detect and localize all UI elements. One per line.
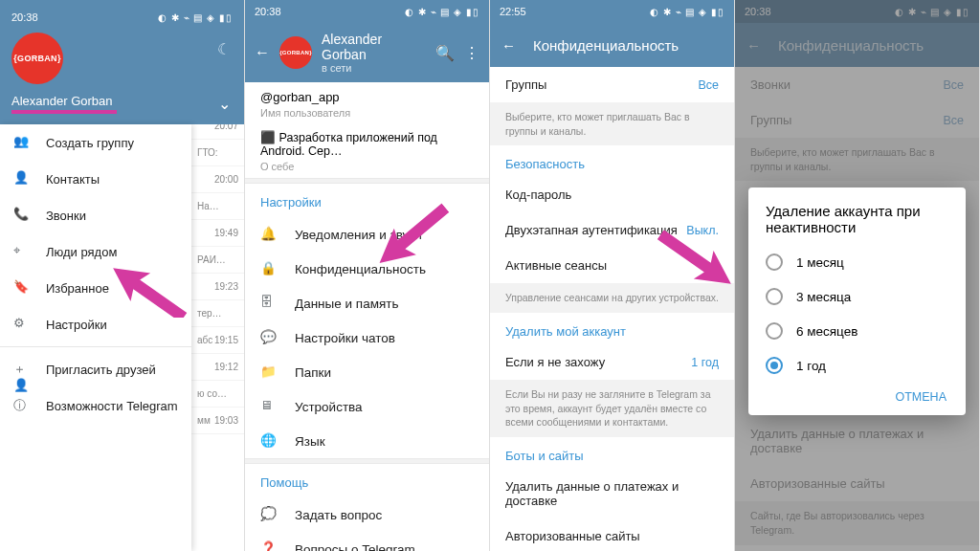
label: Двухэтапная аутентификация: [505, 223, 678, 237]
profile-name: Alexander Gorban: [322, 32, 426, 62]
section-help: Помощь: [245, 464, 489, 497]
option-1-month[interactable]: 1 месяц: [754, 245, 960, 279]
chat-row: РАИ…: [191, 247, 244, 274]
drawer-menu: 👥Создать группу 👤Контакты 📞Звонки ⌖Люди …: [0, 124, 191, 551]
label: Избранное: [46, 281, 109, 296]
settings-language[interactable]: 🌐Язык: [245, 424, 489, 458]
settings-chat[interactable]: 💬Настройки чатов: [245, 320, 489, 355]
back-icon[interactable]: ←: [501, 37, 516, 54]
label: Удалить данные о платежах и доставке: [505, 479, 719, 508]
profile-header: ← {GORBAN} Alexander Gorban в сети 🔍 ⋮: [245, 23, 489, 82]
label: Язык: [295, 434, 325, 449]
radio-icon: [766, 253, 783, 271]
chat-row: 19:12: [191, 354, 244, 381]
section-bots: Боты и сайты: [490, 437, 734, 469]
back-icon[interactable]: ←: [255, 44, 270, 61]
privacy-groups[interactable]: ГруппыВсе: [490, 67, 734, 102]
label: 3 месяца: [796, 290, 851, 304]
option-3-months[interactable]: 3 месяца: [754, 279, 960, 314]
chat-row: ГТО:: [191, 140, 244, 166]
drawer-features[interactable]: ⓘВозможности Telegram: [0, 387, 191, 424]
label: Создать группу: [46, 136, 134, 150]
help-faq[interactable]: ❓Вопросы о Telegram: [245, 532, 489, 551]
option-6-months[interactable]: 6 месяцев: [754, 314, 960, 348]
drawer-nearby[interactable]: ⌖Люди рядом: [0, 233, 191, 270]
label: Пригласить друзей: [46, 363, 156, 377]
inactive-note: Если Вы ни разу не загляните в Telegram …: [490, 380, 734, 437]
bots-payments[interactable]: Удалить данные о платежах и доставке: [490, 469, 734, 518]
radio-icon: [766, 288, 783, 305]
page-title: Конфиденциальность: [533, 37, 679, 54]
help-ask[interactable]: 💭Задать вопрос: [245, 497, 489, 532]
radio-icon: [766, 322, 783, 340]
dialog-title: Удаление аккаунта при неактивности: [754, 203, 960, 245]
search-icon[interactable]: 🔍: [435, 44, 455, 62]
radio-icon: [766, 357, 783, 374]
option-1-year[interactable]: 1 год: [754, 348, 960, 383]
status-icons: ◐ ✱ ⌁ ▤ ◈ ▮▯: [405, 7, 479, 17]
value: Все: [698, 78, 719, 92]
avatar[interactable]: {GORBAN}: [279, 36, 312, 69]
settings-folders[interactable]: 📁Папки: [245, 355, 489, 389]
settings-devices[interactable]: 🖥Устройства: [245, 389, 489, 424]
label: Устройства: [295, 400, 363, 414]
privacy-header: ← Конфиденциальность: [490, 23, 734, 67]
status-time: 22:55: [500, 6, 526, 17]
label: 6 месяцев: [796, 324, 858, 339]
bio-label: О себе: [245, 160, 489, 178]
label: Звонки: [46, 209, 86, 223]
highlight-arrow: [105, 268, 191, 318]
value: 1 год: [691, 356, 719, 369]
chat-row: ю со…: [191, 381, 244, 408]
settings-privacy[interactable]: 🔒Конфиденциальность: [245, 252, 489, 286]
username-label: Имя пользователя: [245, 106, 489, 124]
label: Задать вопрос: [295, 508, 382, 522]
label: Данные и память: [295, 297, 398, 311]
label: Люди рядом: [46, 245, 117, 259]
settings-data[interactable]: 🗄Данные и память: [245, 286, 489, 320]
profile-status: в сети: [322, 62, 426, 74]
chat-row: тер…: [191, 300, 244, 327]
drawer-new-group[interactable]: 👥Создать группу: [0, 124, 191, 161]
label: Активные сеансы: [505, 258, 607, 273]
status-icons: ◐ ✱ ⌁ ▤ ◈ ▮▯: [158, 12, 233, 23]
label: Контакты: [46, 172, 100, 187]
username-value[interactable]: @gorban_app: [245, 82, 489, 106]
label: 1 месяц: [796, 255, 844, 270]
label: 1 год: [796, 359, 826, 373]
label: Авторизованные сайты: [505, 529, 640, 543]
drawer-header: 20:38◐ ✱ ⌁ ▤ ◈ ▮▯ {GORBAN} ☾ Alexander G…: [0, 0, 244, 124]
chat-row: 20:00: [191, 166, 244, 193]
bots-authsites[interactable]: Авторизованные сайты: [490, 518, 734, 551]
status-icons: ◐ ✱ ⌁ ▤ ◈ ▮▯: [650, 7, 724, 17]
chat-row: абс19:15: [191, 327, 244, 354]
avatar[interactable]: {GORBAN}: [11, 33, 63, 84]
chat-row: 19:49: [191, 220, 244, 247]
accent-bar: [11, 110, 117, 114]
bio-value[interactable]: ⬛ Разработка приложений под Android. Сер…: [245, 124, 489, 160]
chat-row: На…: [191, 193, 244, 220]
status-time: 20:38: [255, 6, 281, 17]
drawer-contacts[interactable]: 👤Контакты: [0, 161, 191, 197]
drawer-username: Alexander Gorban: [11, 94, 233, 108]
chat-row: 19:23: [191, 274, 244, 300]
label: Папки: [295, 365, 331, 380]
security-passcode[interactable]: Код-пароль: [490, 177, 734, 212]
drawer-invite[interactable]: ＋👤Пригласить друзей: [0, 351, 191, 387]
delete-if-inactive[interactable]: Если я не захожу1 год: [490, 344, 734, 380]
chevron-down-icon[interactable]: ⌄: [218, 95, 231, 113]
cancel-button[interactable]: ОТМЕНА: [754, 383, 960, 408]
label: Настройки чатов: [295, 331, 395, 345]
more-icon[interactable]: ⋮: [464, 44, 479, 62]
section-delete-account: Удалить мой аккаунт: [490, 313, 734, 344]
label: Вопросы о Telegram: [295, 542, 415, 552]
groups-note: Выберите, кто может приглашать Вас в гру…: [490, 102, 734, 145]
night-mode-icon[interactable]: ☾: [217, 40, 231, 58]
drawer-calls[interactable]: 📞Звонки: [0, 197, 191, 233]
label: Код-пароль: [505, 187, 571, 202]
label: Возможности Telegram: [46, 399, 178, 413]
chat-row: мм19:03: [191, 408, 244, 434]
label: Настройки: [46, 318, 107, 332]
delete-inactive-dialog: Удаление аккаунта при неактивности 1 мес…: [748, 187, 966, 415]
label: Группы: [505, 77, 546, 92]
